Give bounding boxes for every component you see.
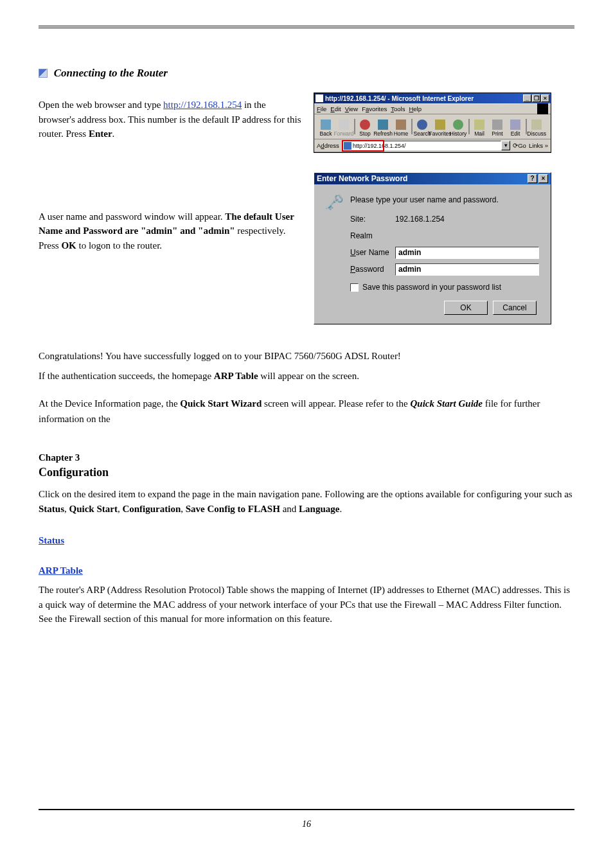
bullet-icon [39, 69, 48, 78]
forward-button[interactable]: Forward [335, 116, 353, 137]
realm-label: Realm [350, 231, 395, 240]
home-button[interactable]: Home [392, 116, 410, 137]
menu-favorites[interactable]: Favorites [362, 105, 387, 112]
address-label: Address [317, 142, 339, 149]
back-button[interactable]: Back [317, 116, 335, 137]
chapter-intro: Click on the desired item to expand the … [39, 487, 574, 516]
quick-start-note: At the Device Information page, the Quic… [39, 396, 574, 427]
arp-note: If the authentication succeeds, the home… [39, 369, 574, 384]
refresh-button[interactable]: Refresh [374, 116, 392, 137]
dialog-close-button[interactable]: × [538, 174, 548, 183]
window-title: http://192.168.1.254/ - Microsoft Intern… [325, 95, 522, 102]
menu-tools[interactable]: Tools [391, 105, 405, 112]
ok-button[interactable]: OK [444, 301, 488, 315]
search-icon [417, 120, 427, 130]
go-button[interactable]: ⟳Go [513, 142, 526, 149]
username-input[interactable]: admin [395, 247, 539, 259]
forward-icon [339, 120, 349, 130]
toolbar: Back Forward Stop Refresh Home Search Fa… [314, 114, 551, 139]
ie-logo-small [315, 94, 323, 102]
menu-file[interactable]: File [317, 105, 326, 112]
header-rule [39, 26, 574, 28]
home-icon [396, 120, 406, 130]
stop-button[interactable]: Stop [356, 116, 374, 137]
mail-button[interactable]: Mail [470, 116, 488, 137]
key-icon: 🗝️ [324, 193, 342, 211]
username-label: User Name [350, 248, 395, 257]
print-button[interactable]: Print [488, 116, 506, 137]
menu-edit[interactable]: Edit [330, 105, 341, 112]
discuss-button[interactable]: Discuss [528, 116, 546, 137]
intro-paragraph: Open the web browser and type http://192… [39, 98, 302, 141]
dialog-prompt: Please type your user name and password. [350, 195, 539, 204]
arp-body: The router's ARP (Address Resolution Pro… [39, 583, 574, 626]
stop-icon [360, 120, 370, 130]
maximize-button[interactable]: ❐ [532, 94, 540, 102]
address-text: http://192.168.1.254/ [353, 143, 501, 149]
cancel-button[interactable]: Cancel [493, 301, 537, 315]
minimize-button[interactable]: _ [523, 94, 531, 102]
footer-rule [39, 809, 574, 810]
ie-brand-icon [537, 103, 548, 114]
section-title: Connecting to the Router [54, 67, 168, 79]
site-value: 192.168.1.254 [395, 215, 445, 224]
chapter-title: Configuration [39, 466, 574, 479]
password-input[interactable]: admin [395, 263, 539, 276]
browser-window: http://192.168.1.254/ - Microsoft Intern… [314, 93, 551, 153]
site-label: Site: [350, 215, 395, 224]
history-button[interactable]: History [449, 116, 467, 137]
save-password-checkbox[interactable] [350, 283, 359, 292]
status-heading-link[interactable]: Status [39, 535, 574, 546]
address-bar: Address http://192.168.1.254/ ▼ ⟳Go Link… [314, 139, 551, 152]
password-label: Password [350, 265, 395, 274]
address-input[interactable]: http://192.168.1.254/ [342, 141, 501, 150]
default-ip-link[interactable]: http://192.168.1.254 [163, 100, 242, 110]
section-heading: Connecting to the Router [39, 67, 574, 80]
menu-help[interactable]: Help [409, 105, 422, 112]
edit-icon [510, 120, 520, 130]
save-password-label: Save this password in your password list [362, 283, 501, 292]
password-dialog: Enter Network Password ? × 🗝️ Please typ… [314, 172, 551, 324]
mail-icon [474, 120, 484, 130]
discuss-icon [531, 120, 542, 130]
edit-button[interactable]: Edit [506, 116, 524, 137]
links-button[interactable]: Links » [529, 142, 548, 149]
left-column: Open the web browser and type http://192… [39, 93, 302, 324]
chapter-number: Chapter 3 [39, 452, 574, 463]
page-icon [344, 142, 351, 150]
back-icon [321, 120, 331, 130]
address-dropdown[interactable]: ▼ [501, 141, 510, 150]
refresh-icon [378, 120, 388, 130]
auth-instruction: A user name and password window will app… [39, 209, 302, 253]
dialog-title: Enter Network Password [317, 174, 526, 183]
help-button[interactable]: ? [528, 174, 537, 183]
arp-heading-link[interactable]: ARP Table [39, 565, 574, 576]
close-button[interactable]: × [541, 94, 549, 102]
history-icon [453, 120, 463, 130]
favorites-icon [435, 120, 445, 130]
menu-view[interactable]: View [345, 105, 358, 112]
menu-bar: File Edit View Favorites Tools Help [314, 103, 551, 114]
favorites-button[interactable]: Favorites [431, 116, 449, 137]
dialog-titlebar: Enter Network Password ? × [314, 173, 551, 184]
print-icon [492, 120, 502, 130]
page-number: 16 [0, 819, 613, 829]
congrats-text: Congratulations! You have successfully l… [39, 349, 574, 364]
window-titlebar: http://192.168.1.254/ - Microsoft Intern… [314, 93, 551, 103]
